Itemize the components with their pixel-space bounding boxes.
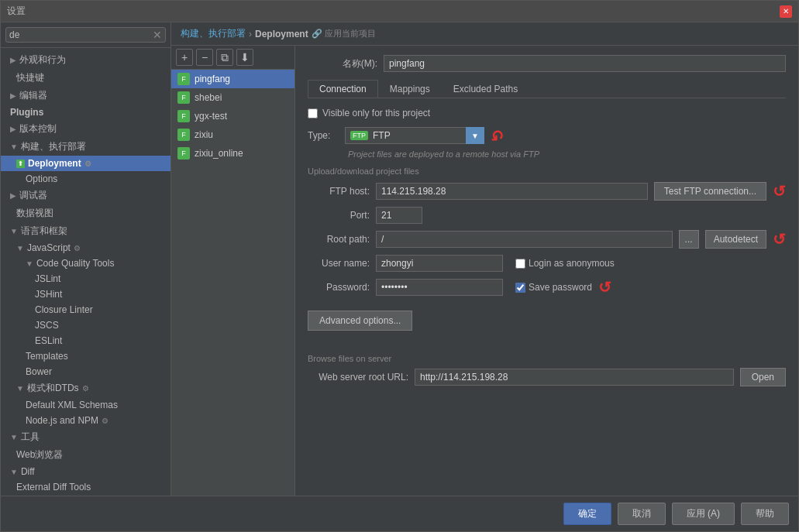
cancel-button[interactable]: 取消 [618,503,666,525]
help-button[interactable]: 帮助 [741,503,789,525]
sidebar-item[interactable]: ▼JavaScript⚙ [1,240,170,256]
nav-arrow-icon: ▶ [10,191,16,200]
search-input[interactable] [9,29,153,40]
sidebar-item-label: 编辑器 [19,89,47,102]
search-clear-icon[interactable]: ✕ [153,29,162,40]
type-select-wrapper: FTP FTP ▼ [345,127,484,144]
server-name: shebei [195,92,222,103]
remove-server-button[interactable]: − [196,49,213,66]
add-server-button[interactable]: + [176,49,193,66]
sidebar-item-label: Default XML Schemas [26,400,118,410]
item-badge-icon: ⚙ [84,160,91,168]
sidebar-item[interactable]: JSHint [1,287,170,302]
nav-arrow-icon: ▶ [10,56,16,64]
sidebar-item[interactable]: Options [1,171,170,187]
sidebar-item[interactable]: External Diff Tools [1,479,170,495]
sidebar-item[interactable]: ▶编辑器 [1,87,170,105]
server-list-toolbar: + − ⧉ ⬇ [171,46,294,70]
sidebar-item[interactable]: Plugins [1,105,170,120]
sidebar-item[interactable]: ESLint [1,333,170,348]
confirm-button[interactable]: 确定 [563,503,611,525]
password-row: Password: Save password ↺ [308,278,786,297]
sidebar-item[interactable]: Closure Linter [1,302,170,317]
server-area: + − ⧉ ⬇ FpingfangFshebeiFygx-testFzixiuF… [171,46,798,496]
sidebar-item[interactable]: ▼Code Quality Tools [1,256,170,271]
deploy-icon: ⬆ [16,160,25,168]
visible-label: Visible only for this project [322,108,430,118]
advanced-options-button[interactable]: Advanced options... [308,311,412,331]
server-ftp-icon: F [177,147,190,160]
sidebar-item[interactable]: ▶外观和行为 [1,51,170,69]
anonymous-label: Login as anonymous [529,258,615,269]
open-button[interactable]: Open [740,368,786,386]
username-input[interactable] [376,255,503,272]
port-input[interactable] [376,207,422,224]
sidebar-item[interactable]: JSLint [1,271,170,287]
type-value: FTP [373,130,479,141]
sidebar-item-label: Web浏览器 [16,448,63,462]
nav-arrow-icon: ▼ [10,468,18,476]
web-url-input[interactable] [415,369,734,386]
server-name: ygx-test [195,111,227,122]
sidebar-item-label: ESLint [35,335,62,346]
copy-server-button[interactable]: ⧉ [216,49,233,66]
test-ftp-button[interactable]: Test FTP connection... [654,182,766,201]
sidebar-item[interactable]: ▼模式和DTDs⚙ [1,379,170,397]
sidebar-item[interactable]: ▶版本控制 [1,120,170,138]
autodetect-button[interactable]: Autodetect [705,230,766,249]
name-input[interactable] [384,55,786,72]
sidebar-item[interactable]: ▼语言和框架 [1,222,170,240]
sidebar-item[interactable]: 数据视图 [1,204,170,222]
sidebar-item[interactable]: ▶调试器 [1,187,170,204]
visible-checkbox[interactable] [308,108,318,118]
save-password-checkbox[interactable] [515,283,525,293]
sidebar-item[interactable]: Bower [1,364,170,379]
ftp-host-input[interactable] [376,183,648,200]
title-bar-text: 设置 [7,5,26,18]
nav-arrow-icon: ▶ [10,91,16,100]
server-list-item[interactable]: Fzixiu_online [171,144,294,163]
sidebar-item[interactable]: Node.js and NPM⚙ [1,413,170,428]
sidebar-item[interactable]: ▼构建、执行部署 [1,138,170,156]
password-input[interactable] [376,279,503,296]
sidebar-item-label: 构建、执行部署 [21,140,86,153]
server-ftp-icon: F [177,129,190,141]
server-list-item[interactable]: Fshebei [171,88,294,107]
sidebar-item-label: Plugins [10,107,43,118]
ftp-host-row: FTP host: Test FTP connection... ↺ [308,182,786,201]
sidebar-item[interactable]: ⬆Deployment⚙ [1,156,170,171]
arrow-decoration-4: ↺ [598,278,611,297]
arrow-decoration-2: ↺ [773,182,786,201]
type-label: Type: [308,130,339,141]
server-list-item[interactable]: Fzixiu [171,125,294,144]
sidebar-item-label: 快捷键 [16,71,44,84]
sidebar-item[interactable]: Web浏览器 [1,446,170,464]
sidebar-item[interactable]: ▼Diff [1,464,170,479]
sidebar-item[interactable]: Default XML Schemas [1,397,170,413]
sidebar-item[interactable]: JSCS [1,317,170,333]
server-list: FpingfangFshebeiFygx-testFzixiuFzixiu_on… [171,70,294,496]
password-label: Password: [308,282,370,293]
arrow-decoration-1: ↺ [491,126,504,145]
breadcrumb-part1[interactable]: 构建、执行部署 [181,27,246,40]
tab-excluded-paths[interactable]: Excluded Paths [442,80,529,98]
sidebar-item-label: JSHint [35,289,62,300]
server-name: pingfang [195,74,230,84]
server-list-item[interactable]: Fygx-test [171,107,294,125]
sidebar-item[interactable]: ▼工具 [1,428,170,446]
tab-mappings[interactable]: Mappings [378,80,442,98]
server-ftp-icon: F [177,73,190,85]
name-label: 名称(M): [308,57,377,70]
close-button[interactable]: ✕ [780,5,792,18]
download-server-button[interactable]: ⬇ [236,49,253,66]
nav-arrow-icon: ▼ [16,244,24,252]
anonymous-checkbox[interactable] [515,259,525,269]
root-path-input[interactable] [376,231,673,248]
sidebar-item[interactable]: 快捷键 [1,69,170,87]
nav-arrow-icon: ▶ [10,125,16,133]
sidebar-item[interactable]: Templates [1,348,170,364]
tab-connection[interactable]: Connection [308,80,378,98]
browse-button[interactable]: ... [679,230,699,249]
server-list-item[interactable]: Fpingfang [171,70,294,88]
apply-button[interactable]: 应用 (A) [672,503,735,525]
